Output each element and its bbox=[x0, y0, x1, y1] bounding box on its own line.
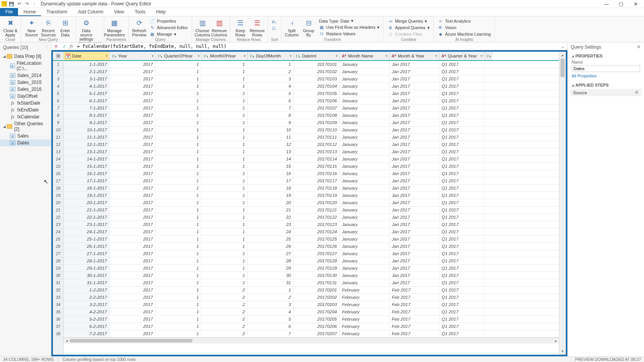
cell[interactable]: 1 bbox=[202, 134, 248, 141]
cell[interactable]: 2017 bbox=[110, 141, 156, 148]
query-item[interactable]: ▦FileLocation (C:\... bbox=[0, 60, 51, 72]
cell[interactable]: 20170111 bbox=[294, 134, 340, 141]
cell[interactable]: 20170108 bbox=[294, 112, 340, 119]
cell[interactable]: 2017 bbox=[110, 221, 156, 228]
cell[interactable]: 15 bbox=[248, 163, 294, 170]
horizontal-scrollbar[interactable]: ◂ ▸ bbox=[64, 337, 559, 344]
row-header[interactable]: 34 bbox=[53, 301, 63, 308]
all-properties-link[interactable]: All Properties bbox=[572, 74, 640, 78]
cell[interactable]: 1 bbox=[202, 126, 248, 133]
cell[interactable]: Jan 2017 bbox=[389, 192, 439, 199]
folder-data-prep[interactable]: ◢Data Prep [8] bbox=[0, 53, 51, 60]
cell[interactable]: 1 bbox=[202, 148, 248, 155]
cell[interactable]: Q1 2017 bbox=[439, 214, 485, 221]
cell[interactable]: 13 bbox=[248, 148, 294, 155]
row-header[interactable]: 19 bbox=[53, 192, 63, 199]
row-header[interactable]: 25 bbox=[53, 236, 63, 243]
cell[interactable]: January bbox=[340, 221, 389, 228]
cell[interactable]: 13-1-2017 bbox=[64, 148, 110, 155]
cell[interactable]: 2 bbox=[248, 68, 294, 75]
cell[interactable]: Jan 2017 bbox=[389, 163, 439, 170]
row-header[interactable]: 10 bbox=[53, 126, 63, 134]
cell[interactable]: 1 bbox=[156, 250, 202, 257]
cell[interactable]: 1 bbox=[202, 83, 248, 90]
cell[interactable]: 2-2-2017 bbox=[64, 294, 110, 301]
column-header[interactable]: 1²₃DayOfMonth▾ bbox=[248, 52, 294, 60]
cell[interactable]: 1 bbox=[156, 97, 202, 104]
cell[interactable]: 1 bbox=[156, 294, 202, 301]
cell[interactable]: 7-2-2017 bbox=[64, 330, 110, 337]
cell[interactable]: 30 bbox=[248, 272, 294, 279]
table-row[interactable]: 24-1-20172017112420170124JanuaryJan 2017… bbox=[64, 228, 559, 236]
cell[interactable]: Q1 2017 bbox=[439, 119, 485, 126]
column-header[interactable]: AᴮMonth Name▾ bbox=[340, 52, 389, 60]
recent-sources-button[interactable]: ⎘RecentSources bbox=[40, 17, 56, 37]
query-item[interactable]: fxfxCalendar bbox=[0, 113, 51, 120]
cell[interactable]: Q1 2017 bbox=[439, 112, 485, 119]
cell[interactable]: 16 bbox=[248, 170, 294, 177]
cell[interactable]: 14-1-2017 bbox=[64, 156, 110, 162]
cell[interactable]: Q1 2017 bbox=[439, 141, 485, 148]
cell[interactable]: Q1 2017 bbox=[439, 257, 485, 264]
cell[interactable]: Feb 2017 bbox=[389, 316, 439, 323]
cell[interactable]: 11 bbox=[248, 134, 294, 141]
cell[interactable]: 20170113 bbox=[294, 148, 340, 155]
cell[interactable]: January bbox=[340, 90, 389, 97]
cell[interactable]: Q1 2017 bbox=[439, 185, 485, 192]
cell[interactable]: January bbox=[340, 170, 389, 177]
cell[interactable]: Q1 2017 bbox=[439, 294, 485, 301]
cell[interactable]: Jan 2017 bbox=[389, 236, 439, 242]
cell[interactable]: 1 bbox=[156, 119, 202, 126]
query-item[interactable]: ▦Dates bbox=[0, 139, 51, 146]
cell[interactable]: 6-1-2017 bbox=[64, 97, 110, 104]
cell[interactable]: Q1 2017 bbox=[439, 287, 485, 293]
cell[interactable]: 1 bbox=[156, 61, 202, 68]
cell[interactable]: 1 bbox=[202, 250, 248, 257]
table-row[interactable]: 23-1-20172017112320170123JanuaryJan 2017… bbox=[64, 221, 559, 228]
table-row[interactable]: 18-1-20172017111820170118JanuaryJan 2017… bbox=[64, 185, 559, 192]
cell[interactable]: Feb 2017 bbox=[389, 301, 439, 308]
cell[interactable]: 1 bbox=[202, 228, 248, 235]
row-header[interactable]: 16 bbox=[53, 170, 63, 177]
cell[interactable]: Feb 2017 bbox=[389, 308, 439, 315]
cell[interactable]: January bbox=[340, 250, 389, 257]
query-item[interactable]: ▦Sales_2015 bbox=[0, 79, 51, 86]
row-header[interactable]: 21 bbox=[53, 206, 63, 214]
cell[interactable]: 1 bbox=[156, 228, 202, 235]
cell[interactable]: January bbox=[340, 185, 389, 192]
cell[interactable]: 2017 bbox=[110, 97, 156, 104]
append-queries-button[interactable]: ⊕Append Queries ▾ bbox=[386, 25, 431, 31]
cell[interactable]: 2017 bbox=[110, 185, 156, 192]
cell[interactable]: 4 bbox=[248, 83, 294, 90]
cell[interactable]: 1 bbox=[156, 308, 202, 315]
cell[interactable]: 23-1-2017 bbox=[64, 221, 110, 228]
cell[interactable]: 19-1-2017 bbox=[64, 192, 110, 199]
table-row[interactable]: 31-1-20172017113120170131JanuaryJan 2017… bbox=[64, 279, 559, 287]
cell[interactable]: 1 bbox=[202, 192, 248, 199]
row-header[interactable]: 9 bbox=[53, 119, 63, 126]
cell[interactable]: 20170131 bbox=[294, 279, 340, 286]
column-header[interactable]: 1²₃QuarterOfYear▾ bbox=[156, 52, 202, 60]
query-item[interactable]: ▦Sales bbox=[0, 133, 51, 139]
table-row[interactable]: 10-1-20172017111020170110JanuaryJan 2017… bbox=[64, 126, 559, 134]
cell[interactable]: 3-2-2017 bbox=[64, 301, 110, 308]
cell[interactable]: 28-1-2017 bbox=[64, 257, 110, 264]
cell[interactable]: 1 bbox=[202, 177, 248, 184]
cell[interactable]: 9 bbox=[248, 119, 294, 126]
cell[interactable]: Jan 2017 bbox=[389, 119, 439, 126]
cell[interactable]: 5-2-2017 bbox=[64, 316, 110, 323]
row-header[interactable]: 22 bbox=[53, 214, 63, 221]
cell[interactable]: 1 bbox=[202, 214, 248, 221]
cell[interactable]: Jan 2017 bbox=[389, 148, 439, 155]
cell[interactable]: 1 bbox=[156, 177, 202, 184]
formula-dropdown-icon[interactable]: ⌄ bbox=[560, 44, 566, 49]
cell[interactable]: 12 bbox=[248, 141, 294, 148]
cell[interactable]: Feb 2017 bbox=[389, 294, 439, 301]
cell[interactable]: Q1 2017 bbox=[439, 323, 485, 330]
cell[interactable]: 20170121 bbox=[294, 206, 340, 213]
tab-tools[interactable]: Tools bbox=[129, 8, 151, 16]
cell[interactable]: January bbox=[340, 105, 389, 111]
cell[interactable]: January bbox=[340, 163, 389, 170]
cell[interactable]: January bbox=[340, 243, 389, 250]
group-by-button[interactable]: ⊟GroupBy bbox=[301, 17, 317, 37]
